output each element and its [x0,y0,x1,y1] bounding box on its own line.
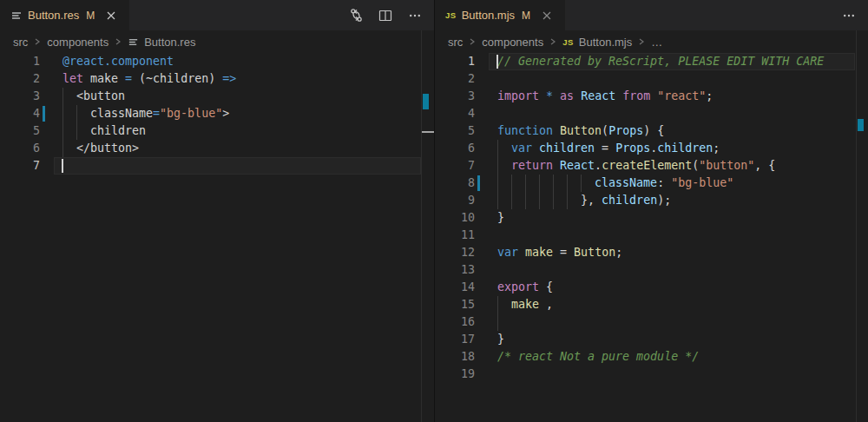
more-actions-icon[interactable] [406,7,424,24]
code-editor-mjs[interactable]: 1// Generated by ReScript, PLEASE EDIT W… [435,53,868,422]
code-line-2[interactable]: 2 [435,70,868,88]
code-line-10[interactable]: 10} [435,209,868,227]
code-line-8[interactable]: 8 className: "bg-blue" [435,175,868,192]
line-content: } [497,209,504,227]
code-line-7[interactable]: 7 return React.createElement("button", { [435,157,868,175]
code-line-19[interactable]: 19 [435,366,868,383]
line-number: 6 [0,140,40,157]
tab-modified-badge: M [86,10,95,22]
code-token: = [553,246,574,259]
line-number: 3 [435,88,475,105]
code-line-1[interactable]: 1// Generated by ReScript, PLEASE EDIT W… [435,53,868,70]
indent-guide [62,105,63,122]
chevron-right-icon [469,37,476,46]
breadcrumb-item-src[interactable]: src [448,36,463,49]
code-editor-res[interactable]: 1@react.component2let make = (~children)… [0,53,434,422]
code-line-6[interactable]: 6 var children = Props.children; [435,140,868,157]
breadcrumb-symbol-ellipsis[interactable]: … [651,36,662,49]
code-token [553,159,560,172]
code-token: : [657,176,671,189]
gutter-modified-indicator [43,106,45,122]
code-token: children [602,194,657,207]
code-line-5[interactable]: 5function Button(Props) { [435,122,868,140]
line-content: </button> [62,140,139,157]
code-token: > [222,107,229,120]
code-token: var [511,142,532,155]
code-line-13[interactable]: 13 [435,261,868,279]
line-content: var make = Button; [497,244,622,261]
current-line-highlight [54,157,421,175]
split-editor-icon[interactable] [377,7,394,24]
code-line-11[interactable]: 11 [435,227,868,244]
tab-modified-badge: M [522,10,530,22]
more-actions-icon[interactable] [840,7,858,24]
code-line-2[interactable]: 2let make = (~children) => [0,70,434,88]
line-number: 17 [435,331,475,348]
line-number: 1 [435,53,475,70]
code-line-6[interactable]: 6 </button> [0,140,434,157]
editor-actions-right [840,0,858,30]
line-number: 12 [435,244,475,261]
indent-guide [539,192,540,209]
code-token [553,89,560,102]
code-line-3[interactable]: 3 <button [0,88,434,105]
indent-guide [62,122,63,140]
code-line-4[interactable]: 4 [435,105,868,122]
code-line-7[interactable]: 7 [0,157,434,175]
tab-button-mjs[interactable]: JS Button.mjs M [435,0,565,30]
breadcrumb-item-src[interactable]: src [13,36,28,49]
code-token: , [539,298,553,311]
breadcrumb-item-file[interactable]: Button.mjs [579,36,632,49]
code-token: . [595,159,602,172]
code-token: . [650,142,657,155]
code-token: ; [615,246,622,259]
code-line-15[interactable]: 15 make , [435,296,868,313]
breadcrumb-item-components[interactable]: components [482,36,543,49]
text-file-icon [10,10,23,22]
indent-guide [497,140,498,157]
code-line-14[interactable]: 14export { [435,279,868,296]
code-line-17[interactable]: 17} [435,331,868,348]
line-number: 1 [0,53,40,70]
code-token: export [497,280,539,293]
tab-button-res[interactable]: Button.res M [0,0,129,30]
open-changes-icon[interactable] [347,7,365,24]
code-token: Button [560,124,602,137]
tab-close-icon[interactable] [539,8,555,23]
code-token: children [539,142,595,155]
indent-guide [497,157,498,175]
code-line-3[interactable]: 3import * as React from "react"; [435,88,868,105]
code-token: } [497,333,504,346]
code-token: ; [706,89,713,102]
code-line-5[interactable]: 5 children [0,122,434,140]
code-token: make [525,246,553,259]
line-content: return React.createElement("button", { [497,157,775,175]
chevron-right-icon [34,37,41,46]
line-content: // Generated by ReScript, PLEASE EDIT WI… [497,53,824,70]
code-token: </button> [62,142,139,155]
line-number: 7 [435,157,475,175]
code-line-1[interactable]: 1@react.component [0,53,434,70]
chevron-right-icon [638,37,645,46]
line-content: make , [497,296,553,313]
tab-label: Button.res [28,9,79,22]
line-content: className="bg-blue"> [62,105,229,122]
code-line-18[interactable]: 18/* react Not a pure module */ [435,348,868,366]
code-token: as [560,89,574,102]
code-token: /* react Not a pure module */ [497,350,699,363]
code-token: = [125,72,132,85]
line-content: function Button(Props) { [497,122,664,140]
indent-guide [62,88,63,105]
code-line-12[interactable]: 12var make = Button; [435,244,868,261]
editor-pane-right: JS Button.mjs M src components JS Button… [435,0,868,422]
tab-close-icon[interactable] [103,8,119,23]
code-token: var [497,246,518,259]
code-token: import [497,89,539,102]
code-line-4[interactable]: 4 className="bg-blue"> [0,105,434,122]
line-content: className: "bg-blue" [497,175,733,192]
breadcrumb-item-components[interactable]: components [47,36,108,49]
code-line-9[interactable]: 9 }, children); [435,192,868,209]
breadcrumb-item-file[interactable]: Button.res [144,36,195,49]
code-token [574,89,581,102]
code-line-16[interactable]: 16 [435,313,868,331]
